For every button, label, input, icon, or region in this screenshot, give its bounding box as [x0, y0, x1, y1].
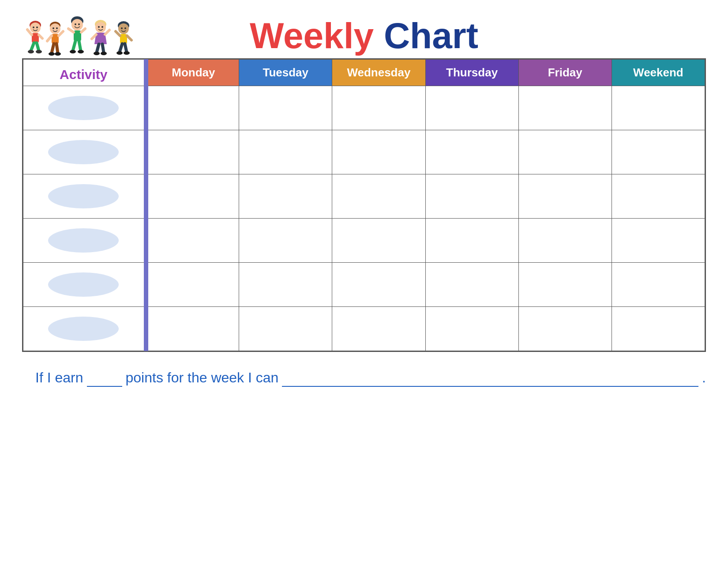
day-cell: [332, 130, 425, 174]
activity-oval: [48, 317, 119, 341]
svg-point-20: [49, 52, 55, 56]
day-cell: [425, 219, 518, 263]
footer-text2: points for the week I can: [126, 370, 279, 386]
day-cell: [332, 86, 425, 130]
day-cell: [425, 174, 518, 219]
monday-header: Monday: [146, 60, 239, 86]
svg-line-7: [31, 43, 34, 51]
thursday-header: Thursday: [425, 60, 518, 86]
weekly-chart: Activity Monday Tuesday Wednesday Thursd…: [22, 58, 706, 352]
day-cell: [239, 219, 332, 263]
svg-line-6: [39, 35, 42, 38]
svg-point-35: [98, 26, 100, 28]
table-row: [23, 219, 705, 263]
day-cell: [425, 263, 518, 307]
table-row: [23, 174, 705, 219]
day-cell: [612, 307, 705, 351]
svg-point-46: [121, 27, 123, 29]
page-title: Weekly Chart: [250, 18, 478, 54]
svg-line-49: [116, 31, 120, 36]
svg-line-52: [125, 44, 127, 52]
activity-oval: [48, 184, 119, 208]
svg-line-51: [120, 44, 122, 52]
svg-line-41: [102, 44, 104, 53]
footer-points-blank: [87, 370, 122, 387]
svg-point-32: [78, 50, 84, 53]
svg-line-40: [97, 44, 99, 53]
svg-line-28: [81, 29, 85, 32]
svg-point-9: [28, 50, 34, 53]
svg-point-3: [36, 26, 38, 28]
svg-line-27: [68, 29, 74, 32]
svg-line-50: [127, 36, 131, 40]
tuesday-header: Tuesday: [239, 60, 332, 86]
day-cell: [518, 86, 612, 130]
svg-point-42: [94, 52, 100, 55]
day-cell: [239, 130, 332, 174]
svg-point-21: [55, 52, 61, 56]
day-cell: [425, 130, 518, 174]
day-cell: [146, 130, 239, 174]
wednesday-header: Wednesday: [332, 60, 425, 86]
svg-line-19: [56, 44, 58, 53]
footer-section: If I earn points for the week I can .: [22, 370, 706, 387]
title-weekly: Weekly: [250, 15, 374, 56]
day-cell: [518, 263, 612, 307]
chart-body: [23, 86, 705, 351]
table-row: [23, 263, 705, 307]
svg-line-29: [73, 41, 75, 51]
day-cell: [239, 263, 332, 307]
footer-text1: If I earn: [35, 370, 83, 386]
svg-line-30: [79, 41, 81, 51]
header-row: Activity Monday Tuesday Wednesday Thursd…: [23, 60, 705, 86]
table-row: [23, 86, 705, 130]
footer-reward-blank: [282, 370, 698, 387]
day-cell: [332, 263, 425, 307]
footer-period: .: [702, 370, 706, 386]
day-cell: [146, 263, 239, 307]
day-cell: [612, 174, 705, 219]
svg-point-14: [56, 27, 58, 29]
activity-cell: [23, 263, 146, 307]
activity-header: Activity: [23, 60, 146, 86]
day-cell: [612, 86, 705, 130]
svg-point-45: [118, 23, 129, 34]
title-area: Weekly Chart: [22, 13, 706, 54]
day-cell: [332, 219, 425, 263]
day-cell: [612, 263, 705, 307]
svg-point-25: [78, 23, 80, 25]
day-cell: [146, 86, 239, 130]
day-cell: [612, 219, 705, 263]
activity-cell: [23, 86, 146, 130]
day-cell: [518, 130, 612, 174]
svg-point-1: [30, 23, 41, 33]
table-row: [23, 307, 705, 351]
svg-point-43: [101, 52, 107, 55]
day-cell: [425, 86, 518, 130]
activity-label: Activity: [60, 67, 107, 82]
day-cell: [239, 174, 332, 219]
svg-point-36: [101, 26, 103, 28]
activity-oval: [48, 140, 119, 164]
activity-cell: [23, 130, 146, 174]
day-cell: [518, 174, 612, 219]
activity-oval: [48, 228, 119, 253]
svg-point-31: [70, 50, 76, 53]
activity-oval: [48, 96, 119, 120]
svg-point-47: [124, 27, 126, 29]
svg-point-54: [124, 51, 130, 55]
table-row: [23, 130, 705, 174]
svg-point-23: [71, 19, 83, 30]
activity-cell: [23, 174, 146, 219]
activity-oval: [48, 272, 119, 297]
svg-line-39: [105, 30, 109, 34]
day-cell: [332, 307, 425, 351]
svg-point-24: [75, 23, 76, 25]
day-cell: [425, 307, 518, 351]
day-cell: [146, 174, 239, 219]
day-cell: [518, 307, 612, 351]
svg-point-10: [36, 50, 42, 53]
day-cell: [612, 130, 705, 174]
day-cell: [239, 86, 332, 130]
weekend-header: Weekend: [612, 60, 705, 86]
